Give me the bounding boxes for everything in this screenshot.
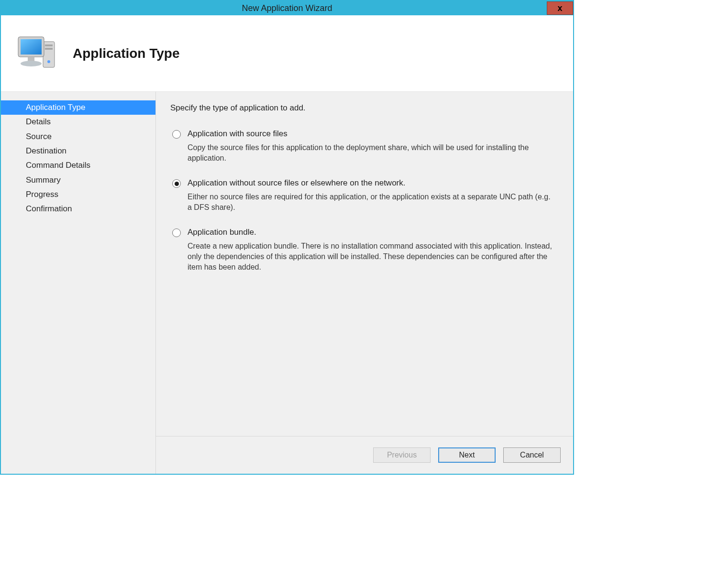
radio-option-0[interactable] bbox=[172, 130, 181, 139]
next-button[interactable]: Next bbox=[438, 447, 496, 463]
svg-rect-1 bbox=[45, 44, 53, 46]
option-description: Either no source files are required for … bbox=[188, 192, 559, 212]
content-wrap: Specify the type of application to add. … bbox=[156, 92, 573, 474]
option-label: Application without source files or else… bbox=[188, 178, 559, 188]
option-text: Application with source filesCopy the so… bbox=[188, 129, 559, 163]
option-text: Application bundle.Create a new applicat… bbox=[188, 228, 559, 272]
option-text: Application without source files or else… bbox=[188, 178, 559, 212]
option-label: Application bundle. bbox=[188, 228, 559, 237]
svg-rect-2 bbox=[45, 48, 53, 50]
wizard-step-summary[interactable]: Summary bbox=[1, 173, 155, 187]
option-row: Application without source files or else… bbox=[170, 178, 559, 212]
cancel-button[interactable]: Cancel bbox=[503, 447, 561, 463]
wizard-steps-sidebar: Application TypeDetailsSourceDestination… bbox=[1, 92, 156, 474]
wizard-step-confirmation[interactable]: Confirmation bbox=[1, 202, 155, 216]
wizard-body: Application TypeDetailsSourceDestination… bbox=[1, 92, 573, 474]
svg-rect-6 bbox=[21, 39, 42, 54]
option-description: Create a new application bundle. There i… bbox=[188, 241, 559, 272]
radio-option-2[interactable] bbox=[172, 229, 181, 237]
wizard-footer: Previous Next Cancel bbox=[156, 436, 573, 474]
wizard-step-destination[interactable]: Destination bbox=[1, 144, 155, 158]
titlebar: New Application Wizard x bbox=[1, 1, 573, 15]
wizard-window: New Application Wizard x bbox=[0, 0, 574, 475]
page-title: Application Type bbox=[73, 46, 180, 61]
svg-point-8 bbox=[21, 61, 42, 66]
wizard-step-command-details[interactable]: Command Details bbox=[1, 158, 155, 173]
instruction-text: Specify the type of application to add. bbox=[170, 103, 559, 113]
wizard-step-application-type[interactable]: Application Type bbox=[1, 100, 155, 115]
wizard-content: Specify the type of application to add. … bbox=[156, 92, 573, 436]
previous-button: Previous bbox=[373, 447, 431, 463]
option-row: Application bundle.Create a new applicat… bbox=[170, 228, 559, 272]
option-description: Copy the source files for this applicati… bbox=[188, 142, 559, 163]
svg-point-3 bbox=[47, 60, 50, 63]
option-row: Application with source filesCopy the so… bbox=[170, 129, 559, 163]
wizard-header: Application Type bbox=[1, 15, 573, 92]
wizard-step-progress[interactable]: Progress bbox=[1, 187, 155, 202]
wizard-step-source[interactable]: Source bbox=[1, 130, 155, 144]
radio-option-1[interactable] bbox=[172, 179, 181, 188]
window-title: New Application Wizard bbox=[1, 3, 573, 13]
computer-icon bbox=[15, 33, 58, 74]
wizard-step-details[interactable]: Details bbox=[1, 115, 155, 129]
option-label: Application with source files bbox=[188, 129, 559, 139]
